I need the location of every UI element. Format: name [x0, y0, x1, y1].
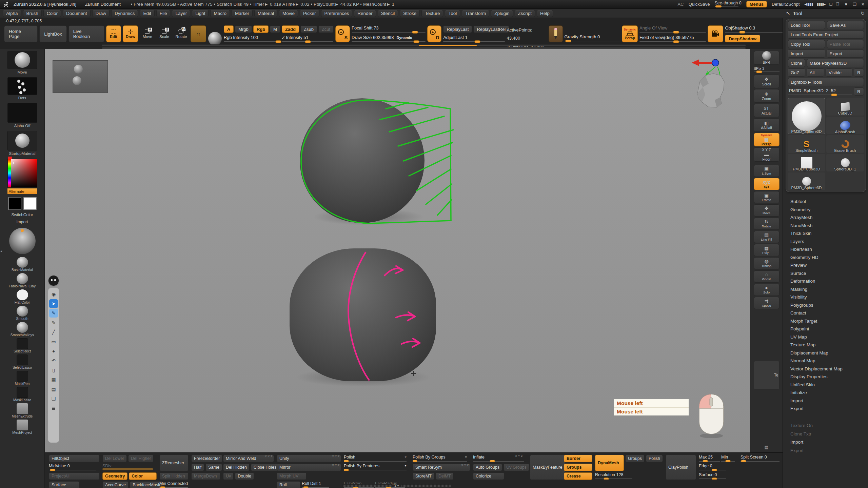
deep-shadow-button[interactable]: DeepShadow [725, 35, 760, 42]
layout-icon-2[interactable]: ❐ [836, 2, 839, 6]
material-item[interactable]: Smooth [0, 306, 44, 321]
border-button[interactable]: Border [564, 455, 592, 462]
tool-thumb-selected[interactable]: PM3D_Sphere3D [788, 98, 825, 134]
texture-extra-item[interactable]: Export [790, 446, 866, 455]
min-connected-p-slider[interactable]: Min Connected P [159, 481, 188, 488]
live-boolean-button[interactable]: Live Boolean [68, 25, 104, 42]
rotate-button[interactable]: RRotate [174, 25, 189, 42]
subpalette-item[interactable]: Subtool [790, 198, 866, 206]
tool-thumb-pm3d-cube3d[interactable]: PM3D_Cube3D [788, 154, 825, 171]
groups-button[interactable]: Groups [564, 464, 592, 471]
smart-resym-button[interactable]: Smart ReSymX Y Z [413, 464, 470, 471]
menu-item[interactable]: Color [43, 10, 61, 17]
material-item[interactable]: SelectLasso [0, 354, 44, 370]
max-25-slider[interactable]: Max 25 [699, 455, 720, 462]
current-brush-thumbnail[interactable] [7, 51, 37, 69]
uv-groups-button[interactable]: Uv Groups [504, 464, 529, 471]
gravity-strength-slider[interactable]: Gravity Strength 0 [565, 34, 620, 42]
shelf-footer-icon[interactable]: ▦ [764, 445, 768, 450]
material-item[interactable]: SelectRect [0, 338, 44, 354]
obj-shadow-slider[interactable]: ObjShadow 0.3 [725, 25, 783, 33]
rgb-toggle[interactable]: Rgb [253, 25, 269, 33]
edge-0-slider[interactable]: Edge 0 [699, 464, 726, 471]
subpalette-item[interactable]: Thick Skin [790, 229, 866, 238]
sculpt-sphere-object[interactable] [300, 98, 425, 223]
subpalette-item[interactable]: Unified Skin [790, 381, 866, 389]
color-picker[interactable] [7, 159, 37, 188]
menu-item[interactable]: Render [354, 10, 376, 17]
lightbox-scroll-segment[interactable] [419, 45, 477, 46]
annotation-tool-icon[interactable]: ● [49, 347, 58, 355]
split-screen-0-slider[interactable]: Split Screen 0 [741, 455, 780, 462]
scale-button[interactable]: SScale [157, 25, 172, 42]
view-control-button[interactable]: ◧ AAHalf [754, 118, 780, 132]
z-intensity-slider[interactable]: Z Intensity 51 [282, 35, 333, 42]
view-control-button[interactable]: ⊕ Zoom [754, 89, 780, 103]
tool-thumb-eraserbrush[interactable]: EraserBrush [826, 135, 864, 153]
tool-thumb-simplebrush[interactable]: SSimpleBrush [788, 135, 825, 153]
material-item[interactable]: MaskPen [0, 371, 44, 386]
crease-button[interactable]: Crease [564, 472, 592, 480]
menu-item[interactable]: Alpha [3, 10, 21, 17]
material-item[interactable]: MeshProject [0, 420, 44, 435]
menu-item[interactable]: Transform [462, 10, 489, 17]
draw-size-slider[interactable]: Draw Size 602.35998Dynamic [352, 35, 425, 42]
tool-thumb-pm3d-sphere3d[interactable]: PM3D_Sphere3D [788, 172, 825, 190]
polish-by-groups-slider[interactable]: Polish By Groups○ [413, 455, 467, 462]
annotation-tool-icon[interactable]: ↶ [49, 356, 58, 365]
subpalette-item[interactable]: NanoMesh [790, 222, 866, 230]
secondary-color-swatch[interactable] [23, 197, 37, 210]
sculpt-blob-object[interactable] [290, 248, 436, 381]
subpalette-item[interactable]: Display Properties [790, 373, 866, 381]
menu-item[interactable]: Zplugin [491, 10, 513, 17]
replay-last-button[interactable]: ReplayLast [443, 25, 472, 33]
midvalue-0-slider[interactable]: MidValue 0 [49, 464, 96, 471]
mirror-and-weld-button[interactable]: Mirror And WeldX Y Z [223, 455, 274, 462]
camera-button[interactable] [708, 25, 724, 42]
load-tools-from-project-button[interactable]: Load Tools From Project [788, 30, 864, 39]
clone-button[interactable]: Clone [788, 59, 805, 67]
display-mode-button[interactable]: ↻ Rotate [754, 218, 780, 230]
adjust-last-slider[interactable]: AdjustLast 1 [443, 35, 505, 42]
field-of-view-slider[interactable]: Field of view(deg) 39.59775 [639, 35, 706, 42]
zremesher-button[interactable]: ZRemesher [159, 455, 189, 471]
menu-item[interactable]: Document [63, 10, 91, 17]
geometry-button[interactable]: Geometry [102, 472, 127, 480]
move-button[interactable]: MMove [140, 25, 155, 42]
zcut-toggle[interactable]: Zcut [318, 25, 334, 33]
current-material-button[interactable] [208, 32, 222, 46]
color-button[interactable]: Color [129, 472, 157, 480]
subpalette-item[interactable]: Displacement Map [790, 349, 866, 357]
replay-last-rel-button[interactable]: ReplayLastRel [473, 25, 509, 33]
polish-by-features-slider[interactable]: Polish By Features● [344, 464, 407, 471]
del-lower-button[interactable]: Del Lower [102, 455, 127, 462]
display-mode-button[interactable]: ◍ Transp [754, 257, 780, 269]
current-material-preview[interactable] [9, 228, 36, 254]
annotation-tool-icon[interactable]: ╱ [49, 328, 58, 337]
menu-item[interactable]: Draw [92, 10, 110, 17]
document-mini-preview[interactable] [53, 60, 108, 93]
switch-color-button[interactable]: SwitchColor [11, 212, 33, 217]
menu-item[interactable]: Light [192, 10, 209, 17]
material-item[interactable]: BasicMaterial [0, 257, 44, 272]
document-canvas[interactable]: ◉➤✎✎╱▭●↶▯▦▤❏≣ Mouse left Mouse left [45, 49, 750, 452]
texture-extra-item[interactable]: Texture On [790, 422, 866, 430]
accucurve-button[interactable]: AccuCurve [102, 481, 129, 488]
roll-button[interactable]: Roll [277, 481, 300, 488]
material-item[interactable]: Flat Color [0, 289, 44, 305]
surface-0-slider[interactable]: Surface 0 [699, 472, 726, 480]
del-hidden-button[interactable]: Del Hidden [223, 464, 250, 471]
tray-scroll-arrows[interactable]: ▲▼ [394, 484, 399, 487]
menu-item[interactable]: Zscript [515, 10, 535, 17]
min-slider[interactable]: Min [721, 455, 735, 462]
half-button[interactable]: Half [191, 464, 204, 471]
rgb-intensity-slider[interactable]: Rgb Intensity 100 [224, 35, 281, 42]
menu-item[interactable]: Marker [232, 10, 253, 17]
gravity-pencil-button[interactable] [549, 25, 563, 42]
goz-button[interactable]: GoZ [788, 68, 805, 77]
collapse-left-tray-icon[interactable]: ◀▮▮▮ [804, 2, 813, 6]
subpalette-item[interactable]: Import [790, 397, 866, 405]
goz-r-button[interactable]: R [854, 68, 864, 77]
texture-extra-item[interactable]: Clone Txtr [790, 430, 866, 438]
view-control-button[interactable]: ❖ Scroll [754, 75, 780, 88]
